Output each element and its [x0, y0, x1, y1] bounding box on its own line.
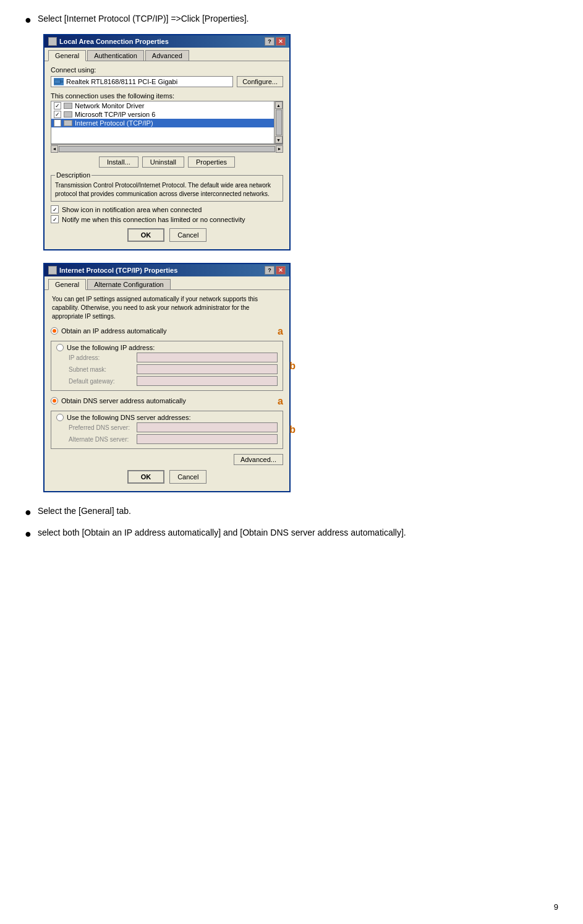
- scrollbar-horiz-1[interactable]: ◄ ►: [51, 144, 283, 153]
- network-icon-0: [64, 103, 72, 109]
- annotation-a-1: a: [278, 326, 283, 337]
- radio-btn-use-dns[interactable]: [56, 414, 64, 421]
- adapter-box: Realtek RTL8168/8111 PCI-E Gigabi: [51, 76, 233, 87]
- properties-button[interactable]: Properties: [188, 156, 235, 168]
- checkbox-network-monitor[interactable]: [54, 102, 61, 109]
- tab-advanced-1[interactable]: Advanced: [145, 50, 189, 61]
- adapter-icon: [54, 78, 64, 85]
- gateway-label: Default gateway:: [69, 378, 137, 385]
- radio-4-label: Use the following DNS server addresses:: [67, 414, 191, 421]
- checkbox-row-1: Show icon in notification area when conn…: [51, 205, 283, 213]
- list-item-0[interactable]: Network Monitor Driver: [51, 101, 283, 110]
- annotation-a-2: a: [278, 396, 283, 407]
- tab-alternate-config[interactable]: Alternate Configuration: [87, 279, 171, 289]
- scroll-thumb-h-1[interactable]: [59, 146, 275, 152]
- bullet-2: ● Select the [General] tab.: [25, 505, 558, 520]
- help-button-1[interactable]: ?: [265, 37, 274, 46]
- list-item-1[interactable]: Microsoft TCP/IP version 6: [51, 110, 283, 119]
- uninstall-button[interactable]: Uninstall: [142, 156, 184, 168]
- dialog-1-title: Local Area Connection Properties: [59, 38, 169, 45]
- dialog-1-title-buttons: ? ✕: [265, 37, 286, 46]
- ip-address-label: IP address:: [69, 354, 137, 361]
- dialog-1-tabs: General Authentication Advanced: [45, 48, 289, 61]
- dialog-2-title-left: Internet Protocol (TCP/IP) Properties: [48, 266, 177, 275]
- scroll-up-1[interactable]: ▲: [275, 101, 283, 109]
- bullet-symbol-3: ●: [25, 526, 32, 542]
- items-label: This connection uses the following items…: [51, 92, 283, 100]
- info-text: You can get IP settings assigned automat…: [51, 295, 283, 321]
- connect-using-label: Connect using:: [51, 66, 283, 74]
- close-button-1[interactable]: ✕: [276, 37, 286, 46]
- ip-address-input[interactable]: [137, 353, 278, 362]
- radio-3-label: Obtain DNS server address automatically: [61, 397, 186, 404]
- subnet-label: Subnet mask:: [69, 366, 137, 373]
- bullet-3-text: select both [Obtain an IP address automa…: [38, 526, 406, 539]
- scroll-left-1[interactable]: ◄: [51, 145, 58, 153]
- subnet-input[interactable]: [137, 364, 278, 374]
- radio-2-label: Use the following IP address:: [67, 344, 155, 351]
- checkbox-1-label: Show icon in notification area when conn…: [62, 206, 202, 213]
- help-button-2[interactable]: ?: [265, 266, 274, 275]
- radio-btn-use-ip[interactable]: [56, 344, 64, 351]
- install-row: Install... Uninstall Properties: [51, 156, 283, 168]
- scroll-right-1[interactable]: ►: [276, 145, 283, 153]
- bullet-2-text: Select the [General] tab.: [38, 505, 131, 518]
- advanced-btn-row: Advanced...: [51, 454, 283, 465]
- radio-row-3: Obtain DNS server address automatically …: [51, 396, 283, 407]
- items-list: Network Monitor Driver Microsoft TCP/IP …: [51, 101, 283, 144]
- dialog-1-titlebar: Local Area Connection Properties ? ✕: [45, 35, 289, 48]
- cancel-button-2[interactable]: Cancel: [169, 470, 206, 484]
- checkbox-show-icon[interactable]: [51, 205, 59, 213]
- radio-btn-obtain-ip[interactable]: [51, 327, 58, 335]
- gateway-row: Default gateway:: [69, 376, 278, 386]
- checkbox-tcpip6[interactable]: [54, 111, 61, 118]
- dialog-2-titlebar: Internet Protocol (TCP/IP) Properties ? …: [45, 264, 289, 276]
- description-legend: Description: [55, 171, 91, 179]
- radio-use-dns: Use the following DNS server addresses:: [56, 414, 278, 421]
- radio-btn-obtain-dns[interactable]: [51, 397, 58, 404]
- configure-button[interactable]: Configure...: [237, 76, 283, 87]
- preferred-dns-input[interactable]: [137, 422, 278, 432]
- radio-use-ip: Use the following IP address:: [56, 344, 278, 351]
- install-button[interactable]: Install...: [99, 156, 138, 168]
- radio-obtain-ip: Obtain an IP address automatically: [51, 327, 275, 335]
- dns-group-box: Use the following DNS server addresses: …: [51, 411, 283, 449]
- bullet-symbol: ●: [25, 12, 32, 28]
- close-button-2[interactable]: ✕: [276, 266, 286, 275]
- scroll-down-1[interactable]: ▼: [275, 136, 283, 143]
- tab-general-2[interactable]: General: [48, 279, 86, 290]
- bullet-symbol-2: ●: [25, 505, 32, 520]
- dialog-2-icon: [48, 266, 57, 275]
- radio-obtain-dns: Obtain DNS server address automatically: [51, 397, 275, 404]
- gateway-input[interactable]: [137, 376, 278, 386]
- tab-general-1[interactable]: General: [48, 50, 86, 61]
- preferred-dns-row: Preferred DNS server:: [69, 422, 278, 432]
- ok-button-1[interactable]: OK: [127, 228, 165, 242]
- item-label-0: Network Monitor Driver: [75, 102, 144, 109]
- checkbox-tcpip[interactable]: [54, 119, 61, 127]
- tab-authentication-1[interactable]: Authentication: [87, 50, 144, 61]
- dialog-2-tabs: General Alternate Configuration: [45, 276, 289, 289]
- radio-1-label: Obtain an IP address automatically: [61, 327, 166, 335]
- dialog-lan-properties: Local Area Connection Properties ? ✕ Gen…: [43, 34, 291, 250]
- dialog-1-icon: [48, 37, 57, 46]
- cancel-button-1[interactable]: Cancel: [169, 228, 206, 242]
- scrollbar-vert-1[interactable]: ▲ ▼: [274, 101, 283, 143]
- ok-cancel-row-1: OK Cancel: [51, 228, 283, 244]
- ip-fields-box: Use the following IP address: IP address…: [51, 341, 283, 391]
- dns-radio-group: Obtain DNS server address automatically …: [51, 396, 283, 407]
- alternate-dns-label: Alternate DNS server:: [69, 436, 137, 443]
- list-item-2[interactable]: Internet Protocol (TCP/IP): [51, 119, 283, 127]
- scroll-thumb-1[interactable]: [276, 109, 282, 135]
- alternate-dns-input[interactable]: [137, 434, 278, 444]
- bullet-3: ● select both [Obtain an IP address auto…: [25, 526, 558, 542]
- dialog-tcpip-properties: Internet Protocol (TCP/IP) Properties ? …: [43, 263, 291, 492]
- svg-rect-1: [61, 81, 63, 82]
- dialog-1-content: Connect using: Realtek RTL8168/8111 PCI-…: [45, 61, 289, 249]
- ok-button-2[interactable]: OK: [127, 470, 165, 484]
- checkbox-notify[interactable]: [51, 215, 59, 223]
- advanced-button[interactable]: Advanced...: [234, 454, 283, 465]
- checkbox-2-label: Notify me when this connection has limit…: [62, 216, 245, 223]
- annotation-b-2: b: [289, 424, 296, 435]
- dialog-2-title-buttons: ? ✕: [265, 266, 286, 275]
